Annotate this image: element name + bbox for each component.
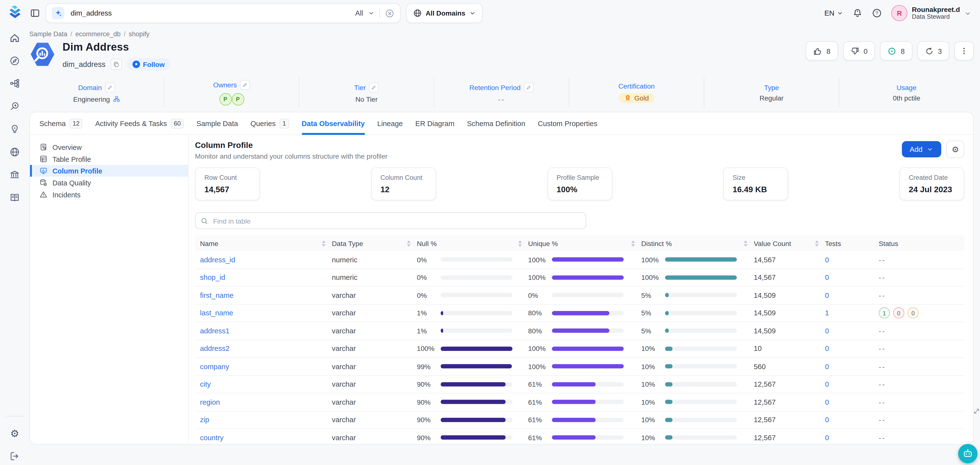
col-header-null-pct[interactable]: Null %	[417, 235, 528, 251]
search-input[interactable]	[69, 9, 350, 17]
sort-icon[interactable]	[744, 240, 748, 246]
versions-button[interactable]: 3	[917, 41, 949, 60]
tests-count-link[interactable]: 0	[825, 434, 829, 441]
column-name-link[interactable]: address2	[200, 345, 229, 352]
downvote-button[interactable]: 0	[843, 41, 875, 60]
col-header-unique-pct[interactable]: Unique %	[528, 235, 641, 251]
status-cell: --	[879, 434, 964, 441]
column-name-link[interactable]: shop_id	[200, 274, 225, 281]
left-nav-rail: ⚙	[0, 26, 29, 465]
edit-icon[interactable]	[523, 82, 534, 92]
app-logo-icon[interactable]	[7, 5, 23, 21]
col-header-value-count[interactable]: Value Count	[754, 235, 825, 251]
column-name-link[interactable]: city	[200, 381, 211, 388]
breadcrumb-link-schema[interactable]: shopify	[129, 30, 149, 38]
chat-assistant-button[interactable]	[958, 444, 978, 463]
value-count-cell: 12,567	[754, 434, 825, 441]
tests-count-link[interactable]: 0	[825, 363, 829, 370]
tab-lineage[interactable]: Lineage	[377, 113, 403, 134]
subnav-column-profile[interactable]: Column Profile	[30, 165, 188, 177]
col-header-distinct-pct[interactable]: Distinct %	[641, 235, 754, 251]
more-menu-button[interactable]	[955, 41, 974, 60]
column-name-link[interactable]: zip	[200, 416, 209, 424]
column-name-link[interactable]: country	[200, 434, 224, 441]
glossary-book-icon[interactable]	[9, 192, 20, 203]
tests-count-link[interactable]: 0	[825, 398, 829, 406]
tab-data-observability[interactable]: Data Observability	[302, 113, 364, 134]
sort-icon[interactable]	[815, 240, 819, 246]
insights-bulb-icon[interactable]	[9, 124, 20, 134]
search-scope-label[interactable]: All	[355, 9, 363, 17]
tab-activity-feeds[interactable]: Activity Feeds & Tasks60	[95, 113, 184, 134]
tests-count-link[interactable]: 0	[825, 416, 829, 424]
sort-icon[interactable]	[407, 240, 410, 246]
sort-icon[interactable]	[631, 240, 635, 246]
column-name-link[interactable]: first_name	[200, 292, 234, 299]
tab-queries[interactable]: Queries1	[250, 113, 289, 134]
value-count-cell: 14,509	[754, 292, 825, 299]
tab-sample-data[interactable]: Sample Data	[196, 113, 238, 134]
distinct-pct-cell: 100%	[641, 274, 754, 281]
follow-button[interactable]: Follow	[127, 58, 170, 71]
home-icon[interactable]	[9, 32, 20, 43]
domains-filter-button[interactable]: All Domains	[406, 3, 482, 23]
distinct-pct-cell: 10%	[641, 345, 754, 352]
column-name-link[interactable]: address_id	[200, 256, 235, 263]
col-header-data-type[interactable]: Data Type	[332, 235, 417, 251]
column-name-link[interactable]: address1	[200, 327, 229, 335]
quality-score-button[interactable]: 8	[880, 41, 912, 60]
tests-count-link[interactable]: 0	[825, 256, 829, 263]
tab-er-diagram[interactable]: ER Diagram	[415, 113, 455, 134]
find-in-table-input[interactable]	[212, 216, 581, 225]
domain-value[interactable]: Engineering	[73, 95, 110, 103]
top-bar: All All Domains EN ? R Rounakpreet.d	[0, 0, 980, 26]
sort-icon[interactable]	[322, 240, 326, 246]
value-count-cell: 12,567	[754, 416, 825, 424]
tests-count-link[interactable]: 0	[825, 327, 829, 335]
tests-count-link[interactable]: 0	[825, 381, 829, 388]
column-name-link[interactable]: region	[200, 398, 220, 406]
edit-icon[interactable]	[240, 79, 250, 90]
add-button[interactable]: Add	[902, 141, 941, 157]
language-selector[interactable]: EN	[824, 9, 843, 17]
page-title: Dim Address	[63, 41, 170, 54]
owner-avatar[interactable]: P	[219, 93, 231, 105]
subnav-data-quality[interactable]: Data Quality	[30, 177, 188, 189]
lineage-network-icon[interactable]	[9, 78, 20, 89]
domains-globe-icon[interactable]	[9, 146, 20, 157]
resize-handle-icon[interactable]	[973, 408, 980, 415]
user-menu[interactable]: R Rounakpreet.d Data Steward	[891, 5, 972, 21]
subnav-table-profile[interactable]: Table Profile	[30, 153, 188, 165]
col-header-name[interactable]: Name	[195, 235, 332, 251]
copy-icon[interactable]	[110, 59, 121, 70]
clear-search-icon[interactable]	[385, 8, 394, 18]
explore-compass-icon[interactable]	[9, 55, 20, 66]
breadcrumb-link-service[interactable]: Sample Data	[29, 30, 67, 38]
tests-count-link[interactable]: 0	[825, 274, 829, 281]
column-name-link[interactable]: last_name	[200, 309, 233, 317]
settings-gear-icon[interactable]: ⚙	[10, 429, 19, 439]
tests-count-link[interactable]: 0	[825, 292, 829, 299]
tests-count-link[interactable]: 0	[825, 345, 829, 352]
logout-icon[interactable]	[9, 451, 20, 462]
tab-schema-definition[interactable]: Schema Definition	[467, 113, 525, 134]
edit-icon[interactable]	[105, 82, 115, 92]
sidebar-toggle-icon[interactable]	[30, 8, 40, 18]
version-history-icon	[925, 46, 934, 55]
help-icon[interactable]: ?	[872, 8, 882, 18]
tab-custom-properties[interactable]: Custom Properties	[538, 113, 597, 134]
tab-schema[interactable]: Schema12	[40, 113, 83, 134]
observability-search-icon[interactable]	[9, 101, 20, 111]
sort-icon[interactable]	[518, 240, 522, 246]
notifications-bell-icon[interactable]	[853, 8, 862, 18]
column-name-link[interactable]: company	[200, 363, 229, 370]
profiler-settings-button[interactable]: ⚙	[946, 140, 964, 158]
upvote-button[interactable]: 8	[806, 41, 838, 60]
subnav-incidents[interactable]: Incidents	[30, 189, 188, 200]
subnav-overview[interactable]: Overview	[30, 141, 188, 153]
edit-icon[interactable]	[369, 82, 379, 92]
breadcrumb-link-database[interactable]: ecommerce_db	[75, 30, 121, 38]
govern-bank-icon[interactable]	[9, 169, 20, 180]
owner-avatar[interactable]: P	[232, 93, 244, 105]
tests-count-link[interactable]: 1	[825, 309, 829, 317]
